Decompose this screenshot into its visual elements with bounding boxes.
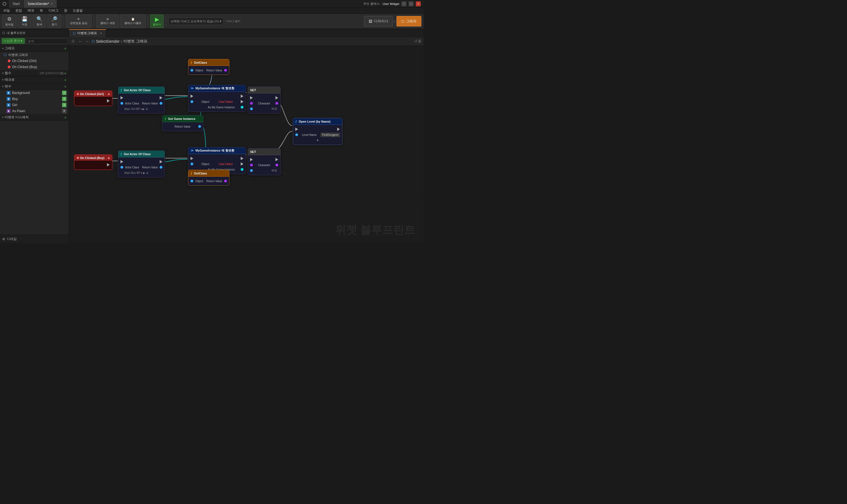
section-variables[interactable]: ▾ 변수 + [0,83,69,90]
node-get-actor-boy[interactable]: ƒ Get Actor Of Class Actor Class Return … [118,150,165,178]
var-girl-eye-icon[interactable]: 👁 [62,103,67,107]
node-set-girl[interactable]: SET Character 타깃 [248,87,281,113]
tree-item-onclicked-girl[interactable]: On Clicked (Girl) [0,58,69,64]
menubar: 파일 편집 에셋 뷰 디버그 창 도움말 [0,8,423,14]
macro-add-icon[interactable]: + [64,78,67,82]
play-button[interactable]: ▶ 플레이 [150,15,163,28]
getclass-top-header: ƒ GetClass [188,59,229,66]
graph-icon: ⬡ [401,19,404,23]
var-aspawn[interactable]: ■ As Pawn ▼ [0,108,69,114]
class-settings-icon: ⚙ [106,18,109,21]
menu-file[interactable]: 파일 [2,8,11,14]
designer-button[interactable]: 🖼 디자이너 [364,16,393,26]
back-button[interactable]: ← [78,39,83,44]
girl-class-label: Main Girl BP ▾ ▶ ⊕ [124,107,148,110]
set-boy-exec-out [276,158,278,161]
var-boy-eye-icon[interactable]: 👁 [62,97,67,101]
menu-edit[interactable]: 편집 [14,8,23,14]
ue-logo: ⬡ [0,0,9,8]
node-onclicked-girl[interactable]: ◆ On Clicked (Girl) ■ [74,90,112,106]
tab-close-icon[interactable]: ✕ [51,2,53,5]
open-level-body: Level Name FirstDungeon ▼ [293,125,342,145]
minimize-button[interactable]: ─ [402,1,406,6]
star-button[interactable]: ☆ [71,39,75,44]
cast-girl-body: Object Cast Failed As My Game Instance [188,92,246,112]
breadcrumb-selectgender[interactable]: SelectGender [96,39,120,43]
graph-tab-eventgraph[interactable]: ⬡ 이벤트그래프 ✕ [69,29,106,37]
maximize-button[interactable]: □ [409,1,413,6]
node-getclass-top[interactable]: ƒ GetClass Object Return Value [188,59,229,75]
hide-button[interactable]: 👁 관련없음 숨김 [66,15,91,28]
node-getclass-bottom[interactable]: ƒ GetClass Object Return Value [188,170,229,186]
section-graph[interactable]: ▾ 그래프 + [0,45,69,52]
menu-window[interactable]: 창 [63,8,68,14]
get-actor-girl-fn-icon: ƒ [121,88,122,92]
cast-girl-exec-in [191,94,193,98]
section-macros[interactable]: ▾ 매크로 + [0,77,69,83]
set-girl-body: Character 타깃 [248,93,280,113]
node-open-level[interactable]: ƒ Open Level (by Name) Level Name FirstD… [293,118,342,145]
ol-expand-icon[interactable]: ▼ [316,139,319,142]
forward-button[interactable]: → [85,39,89,44]
add-new-button[interactable]: + 신규 추가 ▾ [2,38,25,44]
menu-debug[interactable]: 디버그 [48,8,59,14]
get-actor-girl-body: Actor Class Return Value Main Girl BP ▾ … [118,93,164,113]
menu-asset[interactable]: 에셋 [27,8,35,14]
compile-icon: ⚙ [7,16,12,22]
var-add-icon[interactable]: + [64,84,67,89]
class-settings-button[interactable]: ⚙ 클래스 세팅 [96,15,119,28]
exec-in-pin-boy [121,160,123,163]
cast-boy-exec-out [241,157,244,160]
node-set-boy[interactable]: SET Character 타깃 [248,148,281,175]
set-boy-exec-in [250,158,253,161]
node-get-actor-girl[interactable]: ƒ Get Actor Of Class Actor Class Return … [118,87,165,113]
ol-exec-out [337,128,340,131]
debug-filter-dropdown[interactable]: 선택된 디버그 오브젝트가 없습니다. ▾ [168,17,224,25]
graph-button[interactable]: ⬡ 그래프 [396,16,421,26]
set-girl-exec-in [250,96,253,100]
event-close-icon[interactable]: ■ [108,92,110,96]
var-icon-background: ■ [6,91,11,95]
node-cast-girl[interactable]: ≫ MyGameInstance 에 형변환 Object Cast Faile… [188,85,246,112]
breadcrumb-arrow-icon: › [121,39,122,44]
compile-button[interactable]: ⚙ 컴파일 [2,15,17,28]
search-input[interactable] [26,38,68,44]
graph-canvas[interactable]: ◆ On Clicked (Girl) ■ ◆ On [69,46,423,243]
event-boy-close-icon[interactable]: ■ [108,156,110,160]
toolbar-sep3 [148,16,148,27]
find-button[interactable]: 🔎 찾기 [48,15,61,28]
fn-add-icon[interactable]: + [64,71,67,75]
cast-girl-exec-out [241,94,244,98]
graph-add-icon[interactable]: + [64,46,67,51]
save-button[interactable]: 💾 저장 [18,15,32,28]
graph-tab-close[interactable]: ✕ [100,32,102,35]
tab-selectgender[interactable]: SelectGender* ✕ [24,0,57,8]
getclass-bottom-header: ƒ GetClass [188,170,229,177]
var-girl[interactable]: ■ Girl 👁 [0,102,69,108]
set-girl-target-pin [250,107,253,110]
menu-help[interactable]: 도움말 [72,8,84,14]
var-eye-icon[interactable]: 👁 [62,91,67,95]
node-get-game-instance[interactable]: ƒ Get Game Instance Return Value [162,115,204,131]
tree-item-eventgraph[interactable]: ⬡ 이벤트그래프 [0,52,69,58]
main-area: ⬡ 내 블루프린트 + 신규 추가 ▾ 👁 ▼ ▾ 그래프 + ⬡ 이벤트그래프… [0,29,423,243]
section-event-dispatchers[interactable]: ▾ 이벤트 디스패처 + [0,114,69,121]
close-button[interactable]: ✕ [416,1,421,6]
ol-levelname-input[interactable]: FirstDungeon [321,133,340,137]
breadcrumb-eventgraph[interactable]: 이벤트 그래프 [123,39,147,44]
node-onclicked-boy[interactable]: ◆ On Clicked (Boy) ■ [74,154,112,170]
set-girl-header: SET [248,87,280,93]
class-defaults-icon: 📋 [131,18,135,21]
open-level-fn-icon: ƒ [295,120,297,123]
var-boy[interactable]: ■ Boy 👁 [0,96,69,102]
get-actor-girl-header: ƒ Get Actor Of Class [118,87,164,93]
evd-add-icon[interactable]: + [64,115,67,120]
section-functions[interactable]: ▾ 함수 (39 오버라이더블) + [0,70,69,77]
fn-collapse-icon: ▾ [2,72,4,75]
browse-button[interactable]: 🔍 탐색 [33,15,46,28]
tab-start[interactable]: Start [9,0,24,8]
class-defaults-button[interactable]: 📋 클래스 디폴트 [120,15,146,28]
var-background[interactable]: ■ Background 👁 [0,90,69,96]
tree-item-onclicked-boy[interactable]: On Clicked (Boy) [0,64,69,70]
menu-view[interactable]: 뷰 [39,8,44,14]
